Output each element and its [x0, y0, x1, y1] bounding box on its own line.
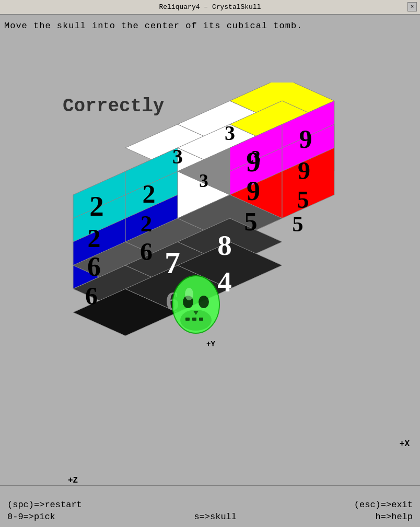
svg-text:9: 9 [298, 157, 310, 184]
title-bar: Reliquary4 – CrystalSkull × [0, 0, 420, 15]
svg-text:4: 4 [217, 266, 232, 298]
svg-text:9: 9 [299, 124, 312, 154]
help-control[interactable]: h=>help [376, 512, 413, 522]
svg-text:9: 9 [247, 176, 260, 206]
svg-text:9: 9 [246, 146, 261, 178]
z-axis-label: +Z [68, 476, 78, 485]
skull-control[interactable]: s=>skull [194, 512, 237, 522]
instruction-text: Move the skull into the center of its cu… [0, 21, 420, 31]
cube-svg: 3 3 3 3 2 2 2 2 6 6 6 9 9 9 9 5 5 5 7 8 [47, 83, 360, 427]
svg-rect-58 [199, 318, 203, 321]
restart-control[interactable]: (spc)=>restart [7, 500, 82, 510]
svg-point-55 [199, 296, 209, 308]
svg-text:8: 8 [217, 229, 232, 261]
svg-text:6: 6 [85, 282, 98, 310]
exit-control[interactable]: (esc)=>exit [354, 500, 413, 510]
svg-text:7: 7 [165, 245, 180, 280]
main-area: Move the skull into the center of its cu… [0, 15, 420, 527]
control-row-1: (spc)=>restart (esc)=>exit [0, 499, 420, 511]
svg-text:2: 2 [89, 190, 104, 222]
svg-text:3: 3 [199, 171, 208, 191]
svg-point-59 [185, 288, 193, 300]
svg-rect-56 [185, 318, 190, 321]
svg-text:3: 3 [172, 145, 183, 168]
svg-text:5: 5 [293, 212, 304, 236]
svg-text:5: 5 [297, 186, 309, 213]
svg-text:3: 3 [225, 121, 235, 145]
svg-text:2: 2 [141, 210, 153, 237]
svg-text:5: 5 [244, 207, 258, 236]
window-title: Reliquary4 – CrystalSkull [159, 3, 261, 11]
svg-text:6: 6 [140, 238, 153, 265]
svg-rect-57 [192, 318, 196, 321]
control-row-2: 0-9=>pick s=>skull h=>help [0, 511, 420, 523]
svg-text:2: 2 [88, 224, 101, 253]
svg-text:+Y: +Y [206, 340, 215, 348]
pick-control[interactable]: 0-9=>pick [7, 512, 55, 522]
close-button[interactable]: × [407, 2, 417, 11]
bottom-controls: (spc)=>restart (esc)=>exit 0-9=>pick s=>… [0, 485, 420, 527]
x-axis-label: +X [400, 439, 410, 449]
svg-text:6: 6 [87, 252, 101, 282]
cube-container: 3 3 3 3 2 2 2 2 6 6 6 9 9 9 9 5 5 5 7 8 [47, 83, 360, 427]
svg-text:2: 2 [143, 179, 156, 208]
